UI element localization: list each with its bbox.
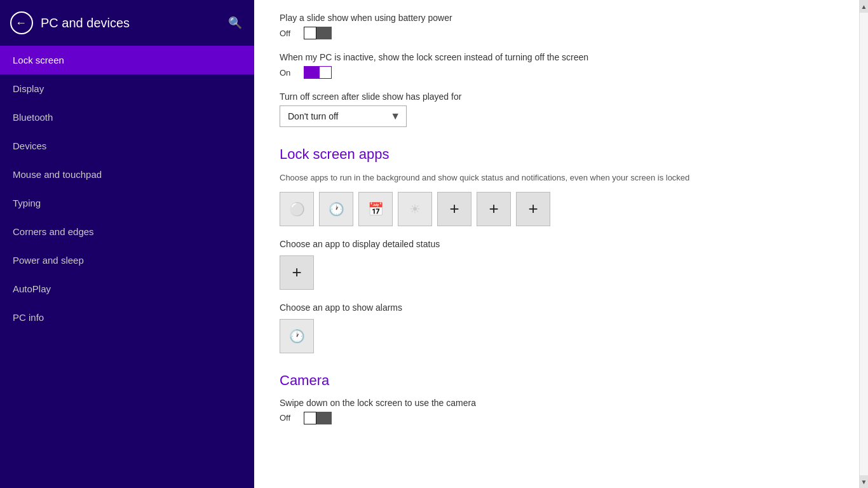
sidebar-header: ← PC and devices 🔍 [0, 0, 254, 46]
inactive-state: On [280, 68, 295, 78]
inactive-toggle[interactable] [304, 66, 332, 79]
camera-toggle[interactable] [304, 412, 332, 424]
nav-list: Lock screenDisplayBluetoothDevicesMouse … [0, 46, 254, 332]
camera-desc: Swipe down on the lock screen to use the… [280, 398, 834, 408]
search-icon: 🔍 [228, 16, 242, 30]
slide-show-label: Play a slide show when using battery pow… [280, 13, 834, 23]
slide-show-toggle-row: Off [280, 27, 834, 39]
sidebar-item-typing[interactable]: Typing [0, 189, 254, 217]
alarms-label: Choose an app to show alarms [280, 302, 834, 313]
alarm-clock-icon-box[interactable]: 🕐 [280, 319, 314, 353]
lock-screen-apps-desc: Choose apps to run in the background and… [280, 172, 834, 184]
app-icon-clock[interactable]: 🕐 [319, 192, 353, 226]
lock-screen-apps-heading: Lock screen apps [280, 146, 834, 163]
world-icon: ⚪ [289, 201, 305, 217]
app-add-button-1[interactable]: + [437, 192, 471, 226]
search-button[interactable]: 🔍 [226, 14, 244, 32]
app-icon-brightness[interactable]: ☀ [398, 192, 432, 226]
sidebar-title: PC and devices [41, 16, 219, 30]
app-icon-world[interactable]: ⚪ [280, 192, 314, 226]
alarms-row: 🕐 [280, 319, 834, 353]
sidebar: ← PC and devices 🔍 Lock screenDisplayBlu… [0, 0, 254, 488]
alarm-clock-icon: 🕐 [289, 329, 305, 344]
detailed-add-icon: + [292, 262, 301, 282]
app-add-button-2[interactable]: + [477, 192, 511, 226]
sidebar-item-power-sleep[interactable]: Power and sleep [0, 246, 254, 274]
clock-icon: 🕐 [329, 201, 344, 217]
add-3-icon: + [528, 199, 538, 219]
scroll-up-button[interactable]: ▲ [860, 0, 869, 13]
sidebar-item-pc-info[interactable]: PC info [0, 303, 254, 332]
scroll-down-button[interactable]: ▼ [860, 475, 869, 488]
add-2-icon: + [489, 199, 498, 219]
scrollbar: ▲ ▼ [859, 0, 868, 488]
inactive-toggle-row: On [280, 66, 834, 79]
app-icon-calendar[interactable]: 📅 [358, 192, 393, 226]
turnoff-dropdown-wrapper: Don't turn off 5 minutes 10 minutes 30 m… [280, 105, 407, 127]
add-1-icon: + [449, 199, 459, 219]
sidebar-item-devices[interactable]: Devices [0, 132, 254, 160]
sidebar-item-corners-edges[interactable]: Corners and edges [0, 217, 254, 246]
back-icon: ← [15, 17, 27, 29]
app-add-button-3[interactable]: + [516, 192, 550, 226]
turnoff-dropdown[interactable]: Don't turn off 5 minutes 10 minutes 30 m… [280, 105, 407, 127]
detailed-status-add-button[interactable]: + [280, 255, 314, 290]
calendar-icon: 📅 [368, 201, 384, 217]
camera-thumb [304, 412, 316, 424]
back-button[interactable]: ← [10, 11, 33, 34]
main-content: Play a slide show when using battery pow… [254, 0, 859, 488]
sidebar-item-bluetooth[interactable]: Bluetooth [0, 103, 254, 132]
sidebar-item-lock-screen[interactable]: Lock screen [0, 46, 254, 74]
inactive-label: When my PC is inactive, show the lock sc… [280, 52, 834, 62]
brightness-icon: ☀ [409, 201, 421, 217]
slide-show-thumb [304, 27, 316, 39]
sidebar-item-display[interactable]: Display [0, 74, 254, 103]
slide-show-toggle[interactable] [304, 27, 332, 39]
camera-state: Off [280, 413, 295, 423]
slide-show-state: Off [280, 29, 295, 38]
detailed-status-row: + [280, 255, 834, 290]
sidebar-item-autoplay[interactable]: AutoPlay [0, 274, 254, 303]
sidebar-item-mouse-touchpad[interactable]: Mouse and touchpad [0, 160, 254, 189]
inactive-thumb [320, 67, 331, 78]
camera-toggle-row: Off [280, 412, 834, 424]
apps-row: ⚪ 🕐 📅 ☀ + + + [280, 192, 834, 226]
camera-heading: Camera [280, 372, 834, 389]
turnoff-label: Turn off screen after slide show has pla… [280, 92, 834, 102]
detailed-status-label: Choose an app to display detailed status [280, 239, 834, 249]
